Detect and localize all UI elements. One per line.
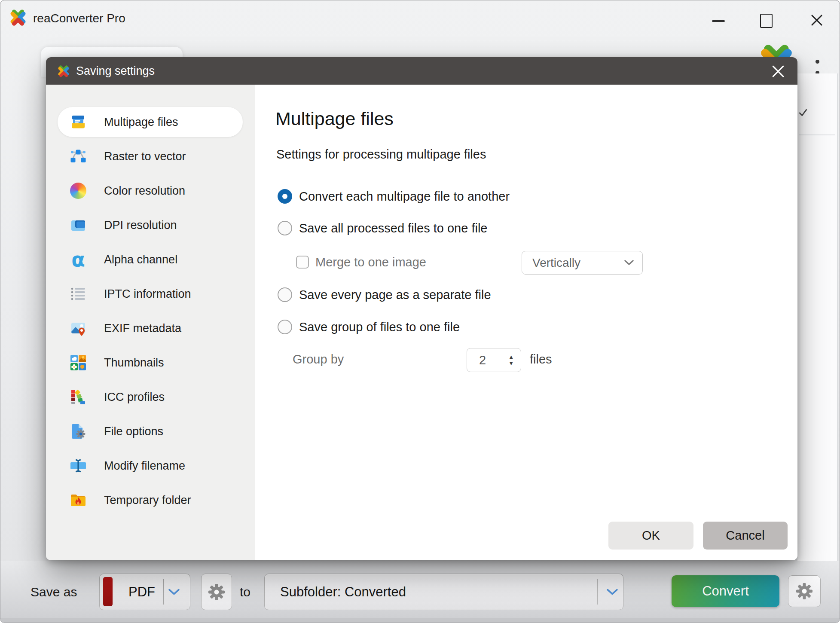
background-panel: [797, 73, 838, 564]
sidebar-item-alpha-channel[interactable]: α Alpha channel: [58, 244, 243, 275]
checkbox-label: Merge to one image: [315, 255, 426, 269]
dialog-titlebar: Saving settings: [46, 57, 797, 85]
radio-unselected-icon[interactable]: [278, 320, 292, 334]
radio-selected-icon[interactable]: [278, 189, 292, 204]
dpi-icon: [70, 217, 86, 233]
chevron-down-icon[interactable]: [607, 589, 618, 596]
sidebar-item-color-resolution[interactable]: Color resolution: [58, 176, 243, 206]
checkbox-unchecked-icon[interactable]: [296, 256, 309, 269]
thumbnails-grid-icon: [70, 354, 86, 371]
sidebar-item-label: Modify filename: [104, 459, 185, 473]
convert-button[interactable]: Convert: [672, 575, 779, 607]
sidebar-item-label: ICC profiles: [104, 391, 165, 404]
sidebar-item-file-options[interactable]: File options: [58, 416, 243, 446]
sidebar-item-label: Thumbnails: [104, 356, 164, 370]
to-label: to: [240, 585, 250, 599]
close-dialog-button[interactable]: [770, 64, 786, 79]
sidebar-item-thumbnails[interactable]: Thumbnails: [58, 348, 243, 378]
sidebar-item-label: EXIF metadata: [104, 322, 181, 335]
sidebar-item-label: Alpha channel: [104, 253, 177, 266]
check-icon: [798, 108, 808, 117]
format-color-stripe: [103, 577, 113, 606]
color-wheel-icon: [70, 183, 86, 199]
sidebar-item-label: DPI resolution: [104, 219, 177, 232]
page-subtitle: Settings for processing multipage files: [276, 147, 486, 162]
sidebar-item-label: Raster to vector: [104, 150, 186, 163]
chevron-down-icon: [624, 260, 634, 266]
close-window-button[interactable]: [810, 12, 824, 28]
app-window: reaConverter Pro Save as PDF to Subfolde…: [0, 0, 840, 623]
gear-icon: [796, 583, 813, 600]
sidebar-item-raster-to-vector[interactable]: Raster to vector: [58, 141, 243, 171]
raster-to-vector-icon: [70, 148, 86, 165]
app-title: reaConverter Pro: [33, 12, 125, 25]
merge-to-one-image-option[interactable]: Merge to one image: [296, 255, 426, 269]
dialog-logo-icon: [57, 64, 70, 77]
files-suffix-label: files: [530, 352, 552, 366]
sidebar-item-iptc-information[interactable]: IPTC information: [58, 279, 243, 309]
option-convert-each[interactable]: Convert each multipage file to another: [278, 189, 510, 204]
save-as-label: Save as: [31, 585, 77, 599]
group-by-stepper[interactable]: 2 ▲ ▼: [467, 348, 521, 372]
rename-cursor-icon: [70, 458, 86, 474]
option-label: Save group of files to one file: [299, 320, 460, 334]
stepper-down-icon[interactable]: ▼: [508, 361, 514, 366]
stepper-up-icon[interactable]: ▲: [508, 355, 514, 359]
radio-unselected-icon[interactable]: [278, 287, 292, 302]
option-save-every-page[interactable]: Save every page as a separate file: [278, 287, 491, 302]
format-settings-button[interactable]: [201, 574, 232, 610]
sidebar-item-exif-metadata[interactable]: EXIF metadata: [58, 313, 243, 343]
format-select[interactable]: PDF: [99, 574, 190, 610]
sidebar-item-dpi-resolution[interactable]: DPI resolution: [58, 210, 243, 240]
minimize-button[interactable]: [712, 20, 725, 22]
destination-value: Subfolder: Converted: [280, 574, 406, 610]
color-swatches-icon: [70, 389, 86, 405]
convert-settings-button[interactable]: [788, 575, 821, 607]
sidebar-item-label: Color resolution: [104, 184, 185, 198]
destination-select[interactable]: Subfolder: Converted: [264, 574, 623, 610]
ok-button[interactable]: OK: [608, 522, 693, 550]
dialog-title: Saving settings: [76, 57, 155, 85]
merge-direction-select[interactable]: Vertically: [522, 251, 643, 275]
divider: [799, 134, 835, 135]
group-by-value: 2: [479, 353, 508, 367]
option-save-group[interactable]: Save group of files to one file: [278, 320, 460, 334]
settings-sidebar: Multipage files Raster to vector: [46, 85, 255, 560]
sidebar-item-label: Multipage files: [104, 116, 178, 129]
sidebar-item-multipage-files[interactable]: Multipage files: [58, 107, 243, 137]
sidebar-item-label: File options: [104, 425, 163, 438]
page-title: Multipage files: [275, 108, 394, 129]
divider: [597, 579, 598, 605]
option-label: Convert each multipage file to another: [299, 189, 510, 204]
sidebar-item-icc-profiles[interactable]: ICC profiles: [58, 382, 243, 412]
gear-icon: [208, 583, 225, 601]
window-bottom-edge: [0, 618, 840, 623]
settings-panel: Multipage files Settings for processing …: [255, 85, 797, 560]
list-icon: [70, 286, 86, 302]
radio-unselected-icon[interactable]: [278, 221, 292, 235]
alpha-icon: α: [70, 251, 86, 268]
sidebar-item-label: Temporary folder: [104, 494, 191, 507]
chevron-down-icon[interactable]: [168, 589, 180, 596]
app-logo-icon: [9, 8, 27, 26]
cancel-button[interactable]: Cancel: [703, 522, 788, 550]
group-by-label: Group by: [293, 352, 344, 366]
sidebar-item-modify-filename[interactable]: Modify filename: [58, 451, 243, 481]
sidebar-item-label: IPTC information: [104, 287, 191, 301]
multipage-files-icon: [70, 114, 86, 130]
sidebar-item-temporary-folder[interactable]: Temporary folder: [58, 485, 243, 515]
saving-settings-dialog: Saving settings Multipage files: [46, 57, 797, 560]
photo-pin-icon: [70, 320, 86, 336]
folder-flame-icon: [70, 492, 86, 508]
option-label: Save all processed files to one file: [299, 221, 487, 235]
divider: [163, 579, 164, 605]
maximize-button[interactable]: [760, 14, 773, 28]
merge-direction-value: Vertically: [532, 256, 624, 270]
format-value: PDF: [125, 574, 159, 610]
option-save-all-to-one[interactable]: Save all processed files to one file: [278, 221, 487, 235]
file-gear-icon: [70, 423, 86, 440]
option-label: Save every page as a separate file: [299, 288, 491, 302]
stepper-arrows[interactable]: ▲ ▼: [508, 355, 514, 366]
